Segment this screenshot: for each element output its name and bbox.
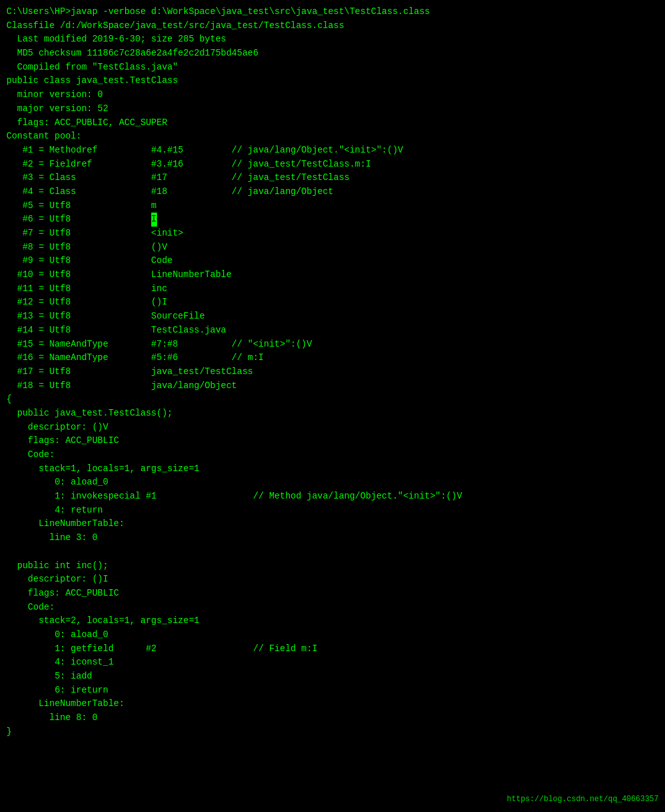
- cursor-block: I: [151, 213, 157, 227]
- terminal-output: C:\Users\HP>javap -verbose d:\WorkSpace\…: [6, 5, 659, 739]
- watermark: https://blog.csdn.net/qq_40663357: [507, 793, 659, 806]
